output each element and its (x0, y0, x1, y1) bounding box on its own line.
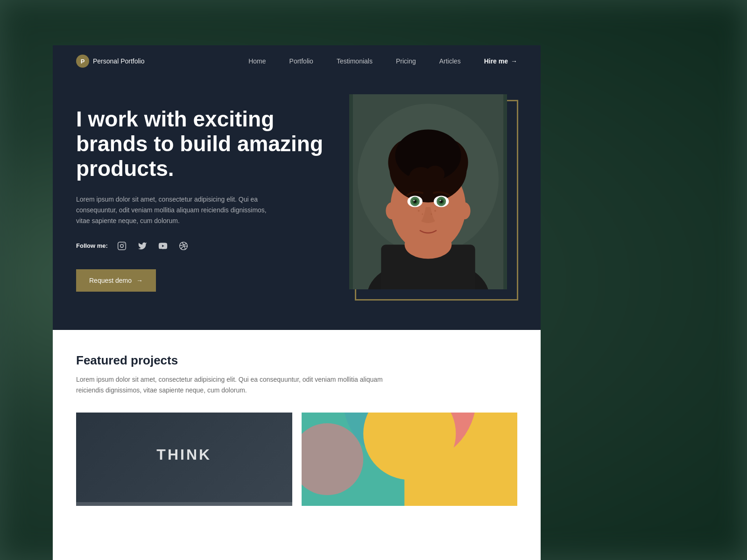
featured-title: Featured projects (76, 353, 517, 368)
dribbble-icon[interactable] (177, 239, 190, 252)
nav-testimonials[interactable]: Testimonials (337, 57, 373, 65)
hero-section: P Personal Portfolio Home Portfolio Test… (53, 45, 541, 330)
hero-content: I work with exciting brands to build ama… (76, 73, 517, 330)
project-card-think[interactable]: THINK (76, 413, 292, 506)
svg-point-29 (418, 210, 420, 212)
svg-rect-0 (118, 242, 126, 250)
nav-pricing[interactable]: Pricing (396, 57, 416, 65)
svg-point-32 (431, 213, 432, 215)
svg-point-34 (459, 203, 470, 219)
hero-image-wrap (349, 94, 513, 295)
nav-links: Home Portfolio Testimonials Pricing Arti… (248, 57, 517, 65)
hire-label: Hire me (484, 57, 508, 65)
svg-point-1 (120, 245, 124, 248)
think-text: THINK (156, 446, 211, 473)
nav-hire[interactable]: Hire me → (484, 57, 517, 65)
cta-arrow-icon: → (136, 277, 143, 284)
nav-home-link[interactable]: Home (248, 57, 266, 65)
youtube-icon[interactable] (156, 239, 169, 252)
featured-section: Featured projects Lorem ipsum dolor sit … (53, 330, 541, 506)
svg-point-23 (413, 200, 415, 201)
nav-hire-link[interactable]: Hire me → (484, 57, 517, 65)
instagram-icon[interactable] (115, 239, 128, 252)
social-row: Follow me: (76, 239, 331, 252)
hero-portrait (349, 94, 507, 289)
svg-point-33 (386, 203, 397, 219)
cta-label: Request demo (89, 277, 132, 284)
nav-portfolio[interactable]: Portfolio (289, 57, 313, 65)
logo-text: Personal Portfolio (93, 57, 145, 65)
svg-point-30 (422, 213, 423, 215)
nav-portfolio-link[interactable]: Portfolio (289, 57, 313, 65)
hero-description: Lorem ipsum dolor sit amet, consectetur … (76, 194, 272, 226)
nav-testimonials-link[interactable]: Testimonials (337, 57, 373, 65)
follow-label: Follow me: (76, 242, 108, 249)
twitter-icon[interactable] (136, 239, 149, 252)
svg-point-17 (426, 166, 444, 182)
logo-area: P Personal Portfolio (76, 55, 248, 68)
project-card-colorful[interactable] (302, 413, 518, 506)
svg-point-31 (434, 210, 436, 212)
hire-arrow-icon: → (511, 57, 517, 65)
svg-point-28 (439, 200, 441, 201)
hero-heading: I work with exciting brands to build ama… (76, 107, 331, 181)
featured-description: Lorem ipsum dolor sit amet, consectetur … (76, 374, 394, 396)
hero-left: I work with exciting brands to build ama… (76, 98, 331, 292)
projects-grid: THINK (76, 413, 517, 506)
svg-point-2 (124, 244, 125, 245)
request-demo-button[interactable]: Request demo → (76, 269, 156, 292)
nav-articles-link[interactable]: Articles (439, 57, 461, 65)
nav-home[interactable]: Home (248, 57, 266, 65)
navbar: P Personal Portfolio Home Portfolio Test… (76, 45, 517, 73)
nav-articles[interactable]: Articles (439, 57, 461, 65)
logo-icon: P (76, 55, 89, 68)
svg-point-18 (405, 174, 423, 188)
nav-pricing-link[interactable]: Pricing (396, 57, 416, 65)
main-container: P Personal Portfolio Home Portfolio Test… (53, 45, 541, 560)
svg-point-11 (405, 231, 452, 259)
